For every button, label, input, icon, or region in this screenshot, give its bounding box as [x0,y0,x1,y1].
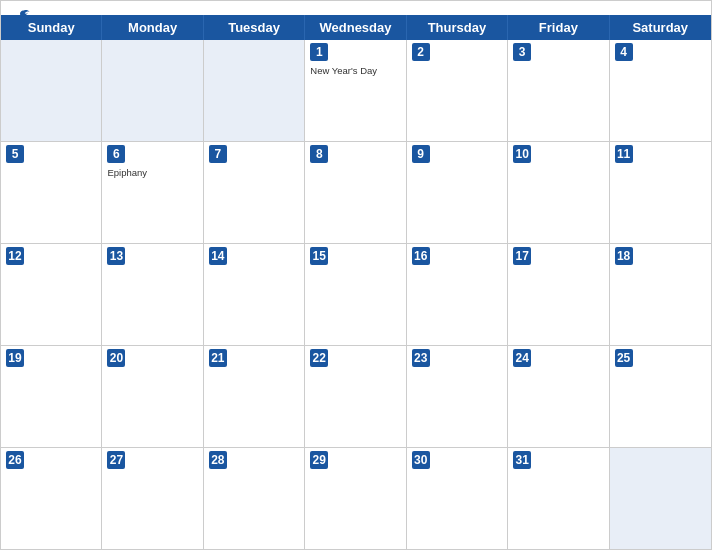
calendar-day: 14 [204,244,305,345]
calendar-day: 27 [102,448,203,549]
calendar-container: SundayMondayTuesdayWednesdayThursdayFrid… [0,0,712,550]
calendar-day: 19 [1,346,102,447]
holiday-label: Epiphany [107,167,197,178]
calendar-day [204,40,305,141]
calendar-day: 20 [102,346,203,447]
day-number [6,43,24,61]
day-number: 30 [412,451,430,469]
day-header-friday: Friday [508,15,609,40]
calendar-day: 22 [305,346,406,447]
calendar-day: 4 [610,40,711,141]
week-row-1: 1New Year's Day234 [1,40,711,142]
day-number: 3 [513,43,531,61]
day-number: 14 [209,247,227,265]
day-number: 15 [310,247,328,265]
week-row-4: 19202122232425 [1,346,711,448]
calendar-day: 12 [1,244,102,345]
day-header-tuesday: Tuesday [204,15,305,40]
day-number: 28 [209,451,227,469]
week-row-5: 262728293031 [1,448,711,549]
week-row-2: 56Epiphany7891011 [1,142,711,244]
day-number: 13 [107,247,125,265]
day-header-monday: Monday [102,15,203,40]
day-number: 1 [310,43,328,61]
calendar-day: 24 [508,346,609,447]
calendar-day [610,448,711,549]
calendar-day [1,40,102,141]
day-number: 5 [6,145,24,163]
calendar-grid: 1New Year's Day23456Epiphany789101112131… [1,40,711,549]
calendar-day: 13 [102,244,203,345]
day-number: 2 [412,43,430,61]
day-number: 16 [412,247,430,265]
calendar-day: 30 [407,448,508,549]
calendar-day: 28 [204,448,305,549]
calendar-day: 25 [610,346,711,447]
calendar-day: 31 [508,448,609,549]
day-number: 29 [310,451,328,469]
day-number: 7 [209,145,227,163]
calendar-day: 17 [508,244,609,345]
calendar-day: 23 [407,346,508,447]
day-headers: SundayMondayTuesdayWednesdayThursdayFrid… [1,15,711,40]
calendar-day: 18 [610,244,711,345]
calendar-day [102,40,203,141]
day-number: 21 [209,349,227,367]
calendar-day: 15 [305,244,406,345]
day-number: 11 [615,145,633,163]
calendar-day: 7 [204,142,305,243]
day-number: 10 [513,145,531,163]
calendar-day: 29 [305,448,406,549]
calendar-day: 2 [407,40,508,141]
day-number: 6 [107,145,125,163]
day-number: 9 [412,145,430,163]
day-number: 24 [513,349,531,367]
calendar-day: 10 [508,142,609,243]
calendar-day: 3 [508,40,609,141]
day-number: 12 [6,247,24,265]
day-number: 25 [615,349,633,367]
day-number: 18 [615,247,633,265]
calendar-header [1,1,711,15]
holiday-label: New Year's Day [310,65,400,76]
day-number: 31 [513,451,531,469]
calendar-day: 26 [1,448,102,549]
calendar-day: 1New Year's Day [305,40,406,141]
day-number: 20 [107,349,125,367]
day-number: 8 [310,145,328,163]
logo-blue [17,9,33,23]
day-number: 27 [107,451,125,469]
day-number: 4 [615,43,633,61]
day-number: 26 [6,451,24,469]
day-number: 22 [310,349,328,367]
calendar-day: 16 [407,244,508,345]
day-number: 23 [412,349,430,367]
day-header-wednesday: Wednesday [305,15,406,40]
day-number [209,43,227,61]
day-header-thursday: Thursday [407,15,508,40]
logo-bird-icon [17,9,31,23]
day-number [107,43,125,61]
day-number [615,451,633,469]
day-number: 17 [513,247,531,265]
calendar-day: 21 [204,346,305,447]
calendar-day: 8 [305,142,406,243]
calendar-day: 5 [1,142,102,243]
logo [17,9,33,23]
calendar-day: 6Epiphany [102,142,203,243]
calendar-day: 9 [407,142,508,243]
day-number: 19 [6,349,24,367]
day-header-saturday: Saturday [610,15,711,40]
calendar-day: 11 [610,142,711,243]
week-row-3: 12131415161718 [1,244,711,346]
